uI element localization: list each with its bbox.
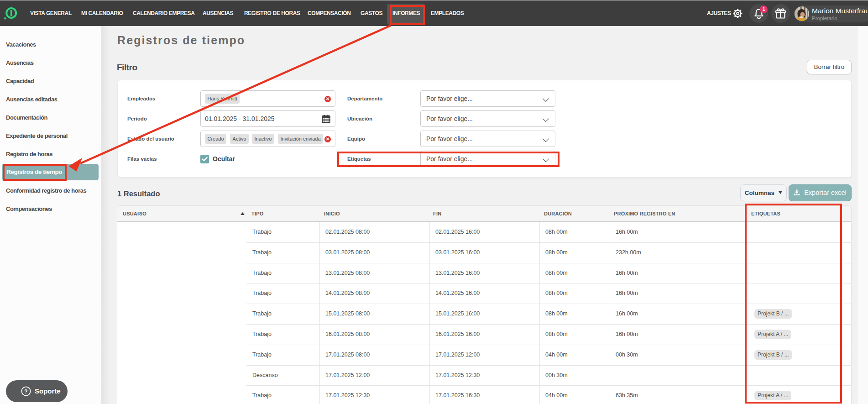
svg-text:?: ?: [24, 388, 27, 395]
